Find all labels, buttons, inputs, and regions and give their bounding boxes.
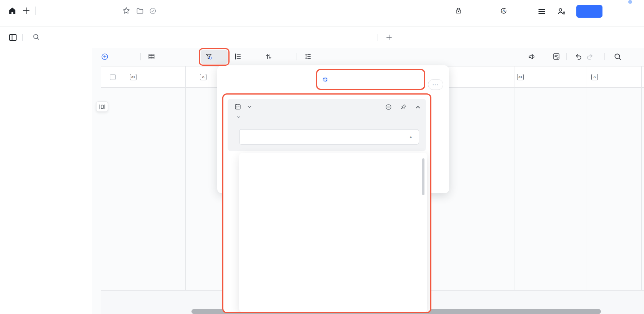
group-button[interactable] <box>235 53 245 60</box>
home-icon[interactable] <box>8 7 17 15</box>
filter-more-button[interactable]: ··· <box>428 79 443 90</box>
condition-value-input[interactable]: ▲ <box>239 129 419 145</box>
field-manage-button[interactable] <box>148 53 158 60</box>
view-tab-bar <box>0 27 644 48</box>
row-height-button[interactable] <box>305 53 315 60</box>
text-field-icon: A <box>591 74 598 80</box>
star-icon[interactable] <box>122 7 130 15</box>
sidebar <box>0 48 92 314</box>
sidebar-toggle-icon[interactable] <box>8 33 17 42</box>
field-manage-icon <box>148 53 155 60</box>
lock-icon <box>455 7 462 14</box>
select-all-checkbox[interactable] <box>110 66 118 87</box>
svg-text:A: A <box>503 9 505 13</box>
column-header-record[interactable]: A <box>591 66 601 87</box>
avatar-org-badge <box>627 0 633 5</box>
grid-line <box>641 66 642 290</box>
operator-select[interactable] <box>235 115 241 119</box>
date-options-dropdown <box>239 153 427 312</box>
content-permission-button[interactable] <box>455 7 465 14</box>
table-search-icon[interactable] <box>614 53 622 61</box>
collaborators-button[interactable] <box>557 7 567 16</box>
toolbar-divider-4 <box>566 53 567 60</box>
add-row-button[interactable] <box>101 53 111 60</box>
menu-icon[interactable] <box>537 7 546 16</box>
column-header-customer[interactable]: A <box>200 66 209 87</box>
group-icon <box>235 53 241 60</box>
add-view-icon[interactable] <box>385 33 393 41</box>
text-field-icon: A <box>200 74 206 80</box>
redo-icon[interactable] <box>586 53 594 61</box>
column-header-next-visit[interactable]: 31 <box>517 66 526 87</box>
topbar-divider <box>35 7 36 15</box>
undo-icon[interactable] <box>574 53 582 61</box>
dropdown-caret-icon: ▲ <box>409 135 413 139</box>
sort-icon <box>265 53 272 60</box>
top-bar: A <box>0 0 644 27</box>
pin-condition-icon[interactable] <box>400 104 407 110</box>
tabs-end-divider <box>378 34 378 41</box>
new-doc-plus-icon[interactable] <box>22 7 30 15</box>
dropdown-scrollbar[interactable] <box>422 158 424 195</box>
toolbar-divider-5 <box>604 53 605 60</box>
folder-icon[interactable] <box>136 7 144 15</box>
collapse-condition-icon[interactable] <box>415 105 421 110</box>
column-header-create-date[interactable]: 31 <box>130 66 139 87</box>
automation-icon: A <box>500 7 508 15</box>
filter-condition-card: ▲ <box>228 99 426 151</box>
tabbar-divider <box>22 34 23 41</box>
date-field-icon: 31 <box>130 74 136 80</box>
automation-button[interactable]: A <box>500 7 510 15</box>
toolbar-divider-2 <box>296 53 296 60</box>
toolbar-divider-3 <box>543 53 543 60</box>
grid-line <box>124 66 124 290</box>
sort-button[interactable] <box>265 53 275 60</box>
collaborators-icon <box>557 7 567 16</box>
filter-funnel-icon <box>205 53 212 60</box>
filter-button[interactable] <box>205 53 215 60</box>
grid-line <box>185 66 186 290</box>
search-icon <box>32 33 40 41</box>
expand-record-button[interactable] <box>96 101 108 112</box>
form-view-icon[interactable] <box>552 53 560 60</box>
sync-icon <box>322 76 329 83</box>
notify-megaphone-icon[interactable] <box>528 53 536 61</box>
saved-check-icon <box>149 7 156 15</box>
date-field-icon: 31 <box>517 74 524 80</box>
remove-condition-icon[interactable] <box>385 104 392 110</box>
grid-line <box>514 66 514 290</box>
grid-line <box>101 66 101 290</box>
bitable-app: A <box>0 0 644 314</box>
sync-scope-annotation-box <box>316 69 425 90</box>
add-row-plus-icon <box>101 53 108 60</box>
row-height-icon <box>305 53 311 60</box>
chevron-down-icon <box>236 115 241 119</box>
share-button[interactable] <box>576 5 602 18</box>
calendar-icon <box>235 103 241 110</box>
grid-line <box>586 66 586 290</box>
condition-field-select[interactable] <box>235 103 252 110</box>
search-button[interactable] <box>32 33 43 41</box>
filter-condition-annotation-box: ▲ <box>222 93 431 313</box>
chevron-down-icon <box>247 105 252 109</box>
toolbar-divider-1 <box>140 53 141 60</box>
